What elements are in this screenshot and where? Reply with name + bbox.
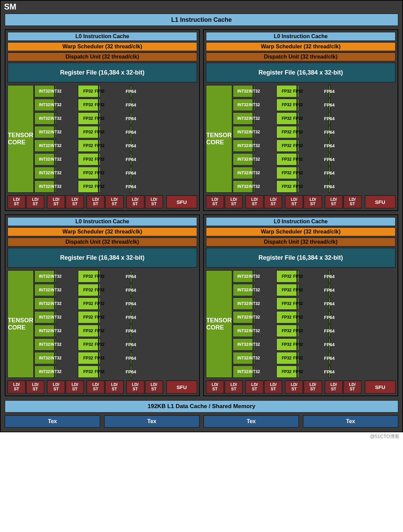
ldst-unit: LD/ST [86, 195, 104, 208]
l0-instruction-cache: L0 Instruction Cache [206, 217, 396, 226]
ldst-row: LD/STLD/STLD/STLD/STLD/STLD/STLD/STLD/ST… [7, 381, 197, 393]
fp64-core: FP64 [328, 126, 331, 138]
ldst-unit: LD/ST [47, 381, 65, 393]
quad-container: L0 Instruction CacheWarp Scheduler (32 t… [1, 29, 402, 396]
int32-core: INT32 [254, 167, 255, 179]
fp32-core: FP32 [99, 140, 100, 152]
ldst-unit: LD/ST [7, 195, 26, 208]
fp64-core: FP64 [130, 284, 132, 296]
sm-title: SM [1, 1, 402, 12]
int32-core: INT32 [55, 325, 57, 337]
int32-core: INT32 [55, 311, 57, 323]
int32-core: INT32 [254, 297, 255, 310]
dispatch-unit: Dispatch Unit (32 thread/clk) [206, 238, 396, 246]
fp64-core: FP64 [130, 85, 132, 97]
l1-instruction-cache: L1 Instruction Cache [5, 14, 398, 26]
fp64-core: FP64 [328, 140, 331, 152]
fp64-core: FP64 [328, 311, 331, 323]
int32-core: INT32 [55, 297, 57, 310]
int32-core: INT32 [254, 284, 255, 296]
int32-core: INT32 [254, 85, 255, 97]
fp32-core: FP32 [297, 338, 299, 351]
ldst-unit: LD/ST [66, 195, 84, 208]
fp64-core: FP64 [328, 338, 331, 351]
fp64-core: FP64 [328, 180, 331, 193]
int32-core: INT32 [254, 352, 255, 364]
dispatch-unit: Dispatch Unit (32 thread/clk) [7, 52, 197, 61]
int32-core: INT32 [254, 311, 255, 323]
fp64-core: FP64 [130, 297, 132, 310]
l1-data-cache: 192KB L1 Data Cache / Shared Memory [5, 400, 398, 413]
register-file: Register File (16,384 x 32-bit) [7, 248, 197, 268]
fp64-core: FP64 [130, 270, 132, 283]
fp32-core: FP32 [297, 270, 299, 283]
l0-instruction-cache: L0 Instruction Cache [7, 32, 197, 41]
ldst-unit: LD/ST [325, 195, 343, 208]
ldst-unit: LD/ST [206, 381, 224, 393]
int32-core: INT32 [254, 112, 255, 125]
fp32-core: FP32 [297, 180, 299, 193]
ldst-unit: LD/ST [26, 195, 44, 208]
fp32-core: FP32 [99, 325, 100, 337]
processing-block: L0 Instruction CacheWarp Scheduler (32 t… [203, 29, 398, 211]
fp32-core: FP32 [297, 284, 299, 296]
tex-unit: Tex [204, 415, 299, 428]
fp32-core: FP32 [99, 85, 100, 97]
int32-core: INT32 [55, 85, 57, 97]
ldst-unit: LD/ST [126, 195, 144, 208]
l0-instruction-cache: L0 Instruction Cache [7, 217, 197, 226]
warp-scheduler: Warp Scheduler (32 thread/clk) [7, 42, 197, 51]
ldst-unit: LD/ST [264, 195, 282, 208]
int32-core: INT32 [254, 325, 255, 337]
ldst-unit: LD/ST [285, 381, 303, 393]
int32-core: INT32 [55, 112, 57, 125]
ldst-unit: LD/ST [145, 381, 163, 393]
fp64-core: FP64 [130, 366, 132, 378]
int32-core: INT32 [55, 270, 57, 283]
ldst-unit: LD/ST [126, 381, 144, 393]
ldst-row: LD/STLD/STLD/STLD/STLD/STLD/STLD/STLD/ST… [7, 195, 197, 208]
fp32-core: FP32 [297, 153, 299, 165]
fp64-core: FP64 [130, 325, 132, 337]
fp32-core: FP32 [99, 297, 100, 310]
fp32-core: FP32 [99, 311, 100, 323]
fp32-core: FP32 [99, 126, 100, 138]
fp64-core: FP64 [328, 297, 331, 310]
ldst-unit: LD/ST [105, 381, 123, 393]
fp32-core: FP32 [297, 140, 299, 152]
tex-row: TexTexTexTex [1, 415, 402, 432]
fp32-core: FP32 [99, 167, 100, 179]
fp32-core: FP32 [99, 366, 100, 378]
ldst-unit: LD/ST [145, 195, 163, 208]
fp64-core: FP64 [328, 153, 331, 165]
register-file: Register File (16,384 x 32-bit) [7, 63, 197, 82]
dispatch-unit: Dispatch Unit (32 thread/clk) [7, 238, 197, 246]
int32-core: INT32 [254, 99, 255, 111]
fp64-core: FP64 [130, 126, 132, 138]
fp64-core: FP64 [328, 99, 331, 111]
register-file: Register File (16,384 x 32-bit) [206, 63, 396, 82]
fp32-core: FP32 [297, 325, 299, 337]
ldst-unit: LD/ST [47, 195, 65, 208]
fp64-core: FP64 [130, 352, 132, 364]
tensor-core: TENSOR CORE [206, 270, 232, 378]
int32-core: INT32 [254, 180, 255, 193]
fp64-core: FP64 [130, 153, 132, 165]
core-grid: INT32INT32FP32FP32FP64TENSOR COREINT32IN… [206, 85, 396, 193]
tensor-core: TENSOR CORE [206, 85, 232, 193]
ldst-unit: LD/ST [343, 381, 361, 393]
fp64-core: FP64 [328, 284, 331, 296]
int32-core: INT32 [55, 352, 57, 364]
fp32-core: FP32 [297, 352, 299, 364]
tex-unit: Tex [5, 415, 100, 428]
int32-core: INT32 [55, 180, 57, 193]
ldst-unit: LD/ST [66, 381, 84, 393]
int32-core: INT32 [254, 270, 255, 283]
ldst-unit: LD/ST [225, 381, 243, 393]
tensor-core: TENSOR CORE [7, 270, 34, 378]
fp64-core: FP64 [130, 140, 132, 152]
fp32-core: FP32 [297, 85, 299, 97]
int32-core: INT32 [55, 140, 57, 152]
tex-unit: Tex [104, 415, 199, 428]
fp64-core: FP64 [130, 311, 132, 323]
